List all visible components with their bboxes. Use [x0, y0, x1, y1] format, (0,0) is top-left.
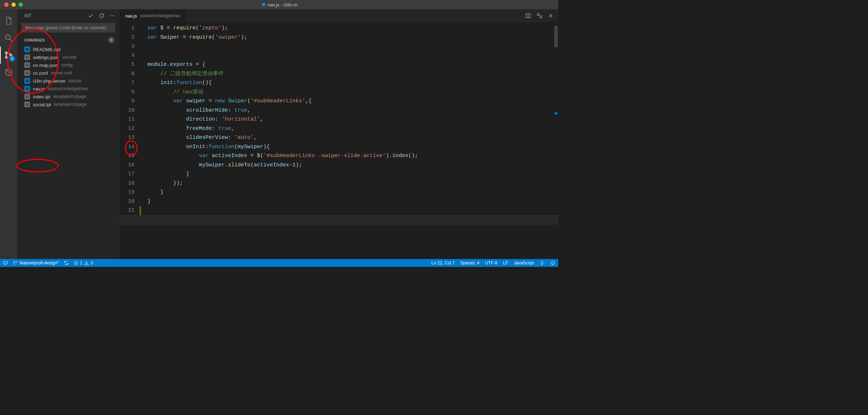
search-icon[interactable] — [0, 29, 17, 47]
svg-point-0 — [5, 35, 10, 39]
show-diff-icon[interactable] — [537, 13, 542, 19]
svg-point-7 — [110, 15, 111, 16]
change-filename: index.tpl — [33, 94, 50, 99]
branch-name: feature/pro6-design* — [20, 260, 59, 265]
changes-list: MREADME.mdUsettings.json.vscodeUcn-map.j… — [17, 45, 120, 108]
svg-point-8 — [112, 15, 113, 16]
problems-button[interactable]: 1 0 — [74, 260, 93, 265]
maximize-window-button[interactable] — [19, 3, 23, 7]
status-badge: M — [24, 86, 30, 92]
change-filename: cn.conf — [33, 70, 48, 76]
editor-area: nav.js source/cn/widget/nav 123456789101… — [120, 9, 558, 259]
minimize-window-button[interactable] — [11, 3, 16, 7]
sync-button[interactable] — [64, 260, 69, 265]
scm-sidebar: GIT CHANGES 8 MREADME.mdUsettings.json.v… — [17, 9, 120, 259]
change-path: template/cn/page — [53, 94, 86, 99]
change-path: .vscode — [62, 55, 76, 60]
change-path: config — [61, 63, 73, 68]
warning-count: 0 — [91, 260, 93, 265]
change-item[interactable]: Mi18n-php-serversource — [17, 77, 120, 85]
change-item[interactable]: Usettings.json.vscode — [17, 53, 120, 61]
scm-badge: 8 — [9, 56, 15, 62]
changes-header-label: CHANGES — [24, 38, 45, 42]
tab-bar: nav.js source/cn/widget/nav — [120, 9, 558, 22]
svg-point-26 — [553, 262, 554, 263]
svg-point-19 — [14, 264, 14, 264]
scrollbar-marker — [555, 112, 557, 114]
change-path: template/cn/page — [54, 102, 87, 107]
svg-point-24 — [551, 261, 555, 265]
eol-button[interactable]: LF — [503, 260, 508, 265]
status-badge: U — [24, 70, 30, 76]
change-filename: cn-map.json — [33, 63, 58, 68]
change-filename: social.tpl — [33, 102, 51, 107]
change-path: source — [68, 78, 81, 83]
change-filename: README.md — [33, 47, 60, 52]
commit-message-input[interactable] — [21, 23, 115, 33]
svg-rect-12 — [537, 14, 539, 15]
close-window-button[interactable] — [4, 3, 9, 7]
split-editor-icon[interactable] — [525, 13, 531, 19]
tab-path: source/cn/widget/nav — [140, 13, 180, 18]
change-filename: i18n-php-server — [33, 78, 65, 84]
change-item[interactable]: Ucn.confserver-conf — [17, 69, 120, 77]
changes-count: 8 — [108, 37, 114, 43]
change-path: server-conf — [51, 70, 72, 75]
feedback-icon[interactable] — [550, 260, 555, 265]
indent-button[interactable]: Spaces: 4 — [460, 260, 479, 265]
status-badge: U — [24, 102, 30, 107]
svg-point-20 — [16, 261, 17, 262]
change-item[interactable]: Usocial.tpltemplate/cn/page — [17, 101, 120, 108]
titlebar: nav.js - i18n-m — [0, 0, 558, 9]
cursor-position[interactable]: Ln 22, Col 7 — [431, 260, 455, 265]
explorer-icon[interactable] — [0, 12, 17, 29]
change-filename: settings.json — [33, 55, 59, 60]
change-item[interactable]: Mnav.jssource/cn/widget/nav — [17, 85, 120, 93]
code-editor[interactable]: 12345678910111213141516171819202122 var … — [120, 22, 558, 259]
refresh-icon[interactable] — [99, 13, 104, 19]
branch-button[interactable]: feature/pro6-design* — [13, 260, 59, 265]
activity-bar: 8 — [0, 9, 17, 259]
statusbar: feature/pro6-design* 1 0 Ln 22, Col 7 Sp… — [0, 259, 558, 267]
change-filename: nav.js — [33, 86, 45, 92]
commit-icon[interactable] — [88, 13, 94, 19]
tab-filename: nav.js — [125, 13, 137, 19]
more-icon[interactable] — [109, 13, 115, 19]
svg-line-1 — [10, 39, 12, 42]
changes-header[interactable]: CHANGES 8 — [17, 35, 120, 45]
scrollbar-thumb[interactable] — [554, 26, 558, 47]
scm-icon[interactable]: 8 — [0, 47, 17, 64]
traffic-lights — [0, 3, 23, 7]
remote-button[interactable] — [3, 260, 8, 265]
status-badge: U — [24, 54, 30, 60]
error-count: 1 — [80, 260, 83, 265]
window-title-text: nav.js - i18n-m — [268, 2, 298, 8]
status-badge: U — [24, 94, 30, 99]
svg-point-25 — [552, 262, 552, 263]
sidebar-header: GIT — [17, 9, 120, 22]
svg-point-2 — [5, 52, 7, 54]
svg-rect-13 — [540, 16, 542, 18]
editor-tab[interactable]: nav.js source/cn/widget/nav — [120, 9, 186, 22]
change-path: source/cn/widget/nav — [48, 86, 88, 91]
status-badge: U — [24, 62, 30, 68]
vertical-scrollbar[interactable] — [553, 22, 558, 259]
status-badge: M — [24, 47, 30, 52]
lightbulb-icon[interactable] — [540, 260, 545, 265]
close-tab-icon[interactable] — [548, 13, 553, 18]
svg-point-3 — [5, 57, 7, 58]
svg-rect-16 — [4, 261, 8, 264]
debug-icon[interactable] — [0, 64, 17, 81]
svg-point-9 — [114, 15, 114, 16]
change-item[interactable]: Ucn-map.jsonconfig — [17, 61, 120, 69]
sidebar-title: GIT — [24, 13, 31, 18]
vscode-icon — [260, 2, 265, 7]
status-badge: M — [24, 78, 30, 84]
svg-point-18 — [14, 261, 14, 262]
window-title: nav.js - i18n-m — [260, 2, 298, 8]
encoding-button[interactable]: UTF-8 — [485, 260, 497, 265]
change-item[interactable]: MREADME.md — [17, 45, 120, 53]
language-button[interactable]: JavaScript — [514, 260, 534, 265]
change-item[interactable]: Uindex.tpltemplate/cn/page — [17, 93, 120, 101]
